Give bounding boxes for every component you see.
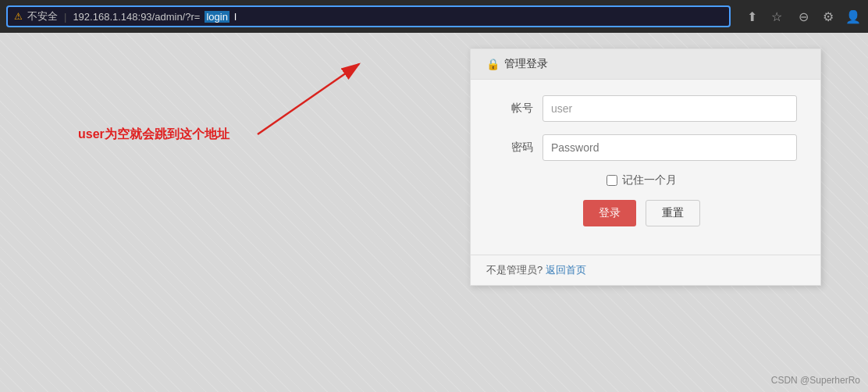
password-input[interactable] xyxy=(542,134,797,161)
gear-icon[interactable]: ⚙ xyxy=(820,9,837,24)
panel-footer: 不是管理员? 返回首页 xyxy=(471,255,820,285)
watermark: CSDN @SuperherRo xyxy=(771,375,860,386)
annotation-text: user为空就会跳到这个地址 xyxy=(78,127,229,143)
panel-header: 🔒 管理登录 xyxy=(471,49,820,80)
button-row: 登录 重置 xyxy=(486,200,797,226)
browser-right-icons: ⊖ ⚙ 👤 xyxy=(795,9,862,24)
separator: | xyxy=(64,11,66,23)
account-input[interactable] xyxy=(542,95,797,122)
account-label: 帐号 xyxy=(486,102,533,116)
insecure-label: 不安全 xyxy=(27,9,58,23)
url-text: 192.168.1.148:93/admin/?r= xyxy=(73,11,200,23)
browser-actions: ⬆ ☆ xyxy=(743,9,785,24)
cursor: I xyxy=(234,11,237,23)
account-row: 帐号 xyxy=(486,95,797,122)
arrow-svg xyxy=(250,56,375,142)
warning-icon: ⚠ xyxy=(14,11,23,22)
address-bar[interactable]: ⚠ 不安全 | 192.168.1.148:93/admin/?r=login … xyxy=(6,5,731,27)
content-area: user为空就会跳到这个地址 🔒 管理登录 帐号 密码 xyxy=(0,33,868,392)
browser-chrome: ⚠ 不安全 | 192.168.1.148:93/admin/?r=login … xyxy=(0,0,868,33)
profile-icon[interactable]: 👤 xyxy=(845,9,862,24)
panel-body: 帐号 密码 记住一个月 登录 重置 xyxy=(471,80,820,255)
svg-line-1 xyxy=(258,64,359,134)
panel-title: 管理登录 xyxy=(504,57,548,71)
remember-checkbox[interactable] xyxy=(607,175,617,186)
share-icon[interactable]: ⬆ xyxy=(743,9,760,24)
footer-prefix: 不是管理员? xyxy=(486,264,542,276)
login-panel: 🔒 管理登录 帐号 密码 记住一个月 登录 重置 不是管理员? 返回首页 xyxy=(470,48,821,286)
reset-button[interactable]: 重置 xyxy=(646,200,700,226)
bookmark-icon[interactable]: ☆ xyxy=(768,9,785,24)
remember-label: 记住一个月 xyxy=(622,173,677,187)
password-label: 密码 xyxy=(486,141,533,155)
login-button[interactable]: 登录 xyxy=(583,200,636,226)
url-highlight: login xyxy=(205,11,229,23)
footer-link[interactable]: 返回首页 xyxy=(546,264,586,276)
remember-row: 记住一个月 xyxy=(486,173,797,187)
lock-icon: 🔒 xyxy=(486,58,500,70)
circle-minus-icon[interactable]: ⊖ xyxy=(795,9,812,24)
password-row: 密码 xyxy=(486,134,797,161)
